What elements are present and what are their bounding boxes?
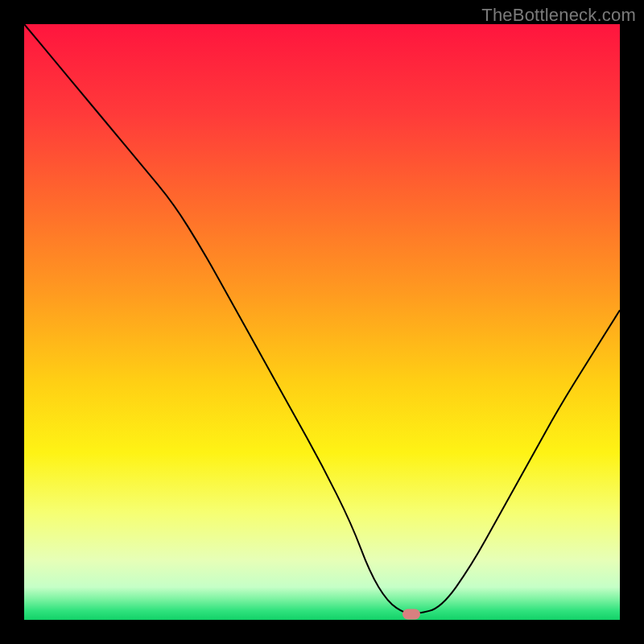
series-layer: [24, 24, 620, 620]
watermark-text: TheBottleneck.com: [481, 5, 636, 26]
bottleneck-curve: [24, 24, 620, 614]
optimal-marker: [402, 609, 420, 619]
plot-area: [24, 24, 620, 620]
chart-frame: TheBottleneck.com: [0, 0, 644, 644]
